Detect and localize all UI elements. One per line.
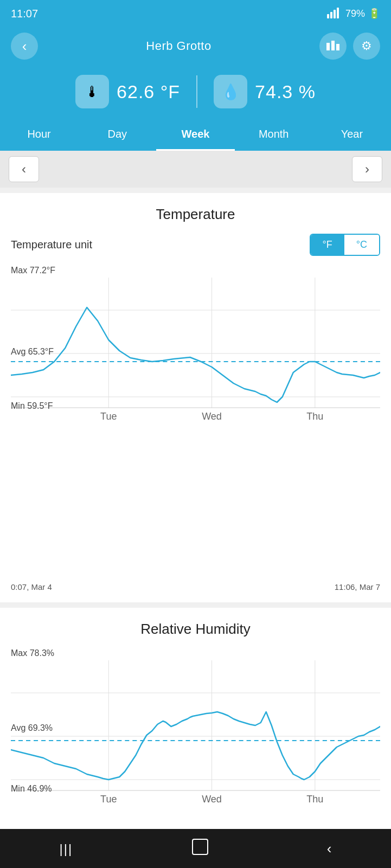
droplet-icon: 💧	[221, 83, 240, 101]
sensor-divider	[196, 75, 197, 108]
back-icon: ‹	[22, 38, 27, 55]
header-actions: ⚙	[319, 33, 380, 60]
header-title: Herb Grotto	[146, 39, 211, 53]
settings-button[interactable]: ⚙	[353, 33, 380, 60]
celsius-button[interactable]: °C	[344, 235, 379, 255]
sensor-row: 🌡 62.6 °F 💧 74.3 %	[0, 68, 391, 119]
tab-day[interactable]: Day	[78, 119, 156, 151]
svg-text:Wed: Wed	[202, 794, 222, 805]
home-icon	[192, 839, 208, 855]
gear-icon: ⚙	[361, 39, 372, 53]
status-time: 11:07	[11, 8, 38, 20]
battery-percent: 79%	[345, 8, 365, 20]
tab-week[interactable]: Week	[156, 119, 234, 151]
unit-label: Temperature unit	[11, 239, 92, 251]
status-bar: 11:07 79% 🔋	[0, 0, 391, 27]
bottom-nav: ||| ‹	[0, 829, 391, 868]
temperature-chart-container: Tue Wed Thu	[11, 278, 380, 429]
humidity-value: 74.3 %	[255, 81, 316, 102]
prev-button[interactable]: ‹	[9, 156, 39, 182]
humidity-icon-bg: 💧	[214, 75, 247, 108]
chart-button[interactable]	[319, 33, 347, 60]
svg-rect-2	[334, 10, 336, 18]
next-icon: ›	[365, 162, 369, 177]
svg-text:Thu: Thu	[306, 411, 323, 422]
svg-text:Tue: Tue	[100, 794, 117, 805]
chart-start-time: 0:07, Mar 4	[11, 582, 52, 591]
svg-text:Thu: Thu	[306, 794, 323, 805]
svg-rect-4	[326, 43, 330, 50]
recent-apps-button[interactable]: |||	[60, 840, 73, 857]
svg-text:Wed: Wed	[202, 411, 222, 422]
humidity-chart-title: Relative Humidity	[11, 621, 380, 638]
tab-hour[interactable]: Hour	[0, 119, 78, 151]
temperature-chart-svg: Tue Wed Thu	[11, 278, 380, 429]
status-icons: 79% 🔋	[327, 7, 380, 21]
temperature-icon-bg: 🌡	[75, 75, 109, 108]
battery-icon: 🔋	[368, 8, 380, 20]
signal-icon	[327, 7, 342, 21]
temperature-sensor: 🌡 62.6 °F	[75, 75, 180, 108]
prev-icon: ‹	[22, 162, 26, 177]
android-back-icon: ‹	[327, 840, 332, 857]
humidity-max-label: Max 78.3%	[11, 648, 380, 658]
fahrenheit-button[interactable]: °F	[311, 235, 344, 255]
unit-toggle: °F °C	[310, 234, 380, 256]
unit-toggle-row: Temperature unit °F °C	[11, 234, 380, 256]
svg-rect-0	[327, 14, 329, 18]
chart-time-row: 0:07, Mar 4 11:06, Mar 7	[11, 582, 380, 591]
humidity-chart-container: Tue Wed Thu	[11, 660, 380, 812]
next-button[interactable]: ›	[352, 156, 382, 182]
tab-month[interactable]: Month	[235, 119, 313, 151]
svg-rect-1	[330, 12, 332, 18]
chart-end-time: 11:06, Mar 7	[335, 582, 380, 591]
humidity-chart-svg: Tue Wed Thu	[11, 660, 380, 812]
tab-bar: Hour Day Week Month Year	[0, 119, 391, 151]
app-header: ‹ Herb Grotto ⚙	[0, 27, 391, 68]
svg-rect-3	[337, 8, 339, 18]
temperature-chart-title: Temperature	[11, 206, 380, 223]
back-button[interactable]: ‹	[11, 33, 38, 60]
tab-year[interactable]: Year	[313, 119, 391, 151]
temperature-value: 62.6 °F	[117, 81, 180, 102]
recent-apps-icon: |||	[60, 841, 73, 856]
nav-row: ‹ ›	[0, 151, 391, 188]
svg-text:Tue: Tue	[100, 411, 117, 422]
chart-icon	[326, 38, 340, 54]
android-back-button[interactable]: ‹	[327, 840, 332, 857]
svg-rect-5	[331, 41, 335, 50]
temperature-section: Temperature Temperature unit °F °C Max 7…	[0, 193, 391, 602]
thermometer-icon: 🌡	[85, 83, 100, 101]
svg-rect-6	[336, 44, 339, 50]
home-button[interactable]	[192, 839, 208, 859]
humidity-sensor: 💧 74.3 %	[214, 75, 316, 108]
temp-max-label: Max 77.2°F	[11, 266, 380, 275]
